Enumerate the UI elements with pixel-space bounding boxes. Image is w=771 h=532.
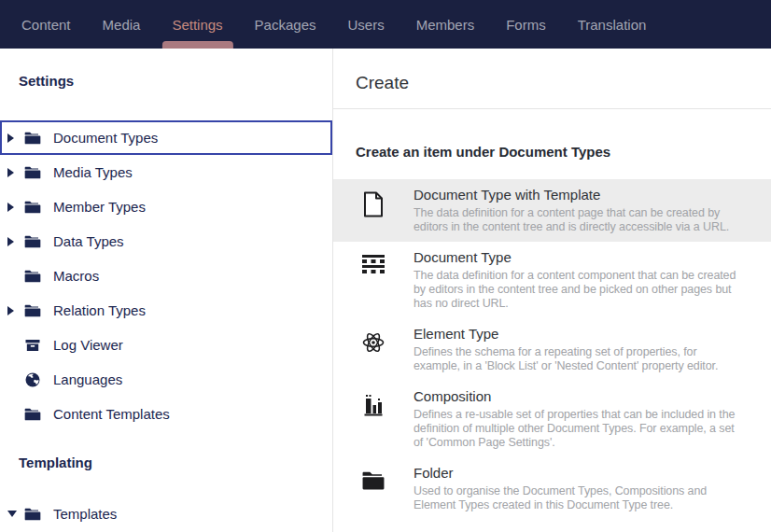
top-nav: ContentMediaSettingsPackagesUsersMembers… <box>0 0 771 49</box>
sidebar-item-label: Media Types <box>53 164 133 180</box>
nav-item-label: Users <box>347 17 384 33</box>
sidebar-item-label: Member Types <box>53 199 146 215</box>
sidebar-item-label: Data Types <box>53 233 124 249</box>
sidebar-section-title: Settings <box>19 74 332 88</box>
sidebar-item-label: Log Viewer <box>53 337 123 353</box>
caret-right-icon[interactable] <box>7 168 23 177</box>
box-icon <box>23 336 42 355</box>
folder-black-icon <box>352 469 395 492</box>
globe-icon <box>23 371 42 389</box>
sidebar-item-templates[interactable]: Templates <box>0 497 332 531</box>
create-option-text: CompositionDefines a re-usable set of pr… <box>414 388 743 450</box>
content-panel: Create Create an item under Document Typ… <box>333 49 771 532</box>
create-option-document-type[interactable]: Document TypeThe data definition for a c… <box>333 242 771 318</box>
nav-item-content[interactable]: Content <box>21 0 71 49</box>
create-option-title: Document Type with Template <box>414 187 743 203</box>
create-option-text: Document Type with TemplateThe data defi… <box>414 187 743 234</box>
create-option-composition[interactable]: CompositionDefines a re-usable set of pr… <box>333 381 771 457</box>
document-icon <box>352 191 395 217</box>
create-option-element-type[interactable]: Element TypeDefines the schema for a rep… <box>333 318 771 381</box>
sidebar-item-label: Languages <box>53 371 122 387</box>
create-option-document-type-with-template[interactable]: Document Type with TemplateThe data defi… <box>333 179 771 242</box>
create-option-folder[interactable]: FolderUsed to organise the Document Type… <box>333 457 771 520</box>
nav-item-users[interactable]: Users <box>347 0 384 49</box>
nav-item-media[interactable]: Media <box>103 0 141 49</box>
sidebar-item-macros[interactable]: Macros <box>0 259 332 293</box>
create-option-title: Element Type <box>414 326 743 343</box>
panel-body: Create an item under Document Types Docu… <box>333 109 771 520</box>
active-tab-underline <box>161 41 232 49</box>
nav-item-label: Content <box>21 17 71 33</box>
buildings-icon <box>352 393 395 417</box>
folder-icon <box>23 267 42 286</box>
sidebar-item-relation-types[interactable]: Relation Types <box>0 293 332 328</box>
create-option-description: Used to organise the Document Types, Com… <box>414 484 743 512</box>
sidebar-item-content-templates[interactable]: Content Templates <box>0 397 332 431</box>
nav-item-label: Members <box>416 17 475 33</box>
sidebar: Settings Document TypesMedia TypesMember… <box>0 49 333 532</box>
sidebar-item-label: Templates <box>53 506 117 522</box>
folder-icon <box>23 163 42 182</box>
nav-item-label: Forms <box>506 17 546 33</box>
create-option-description: Defines the schema for a repeating set o… <box>414 345 743 373</box>
sidebar-tree-templating: Templates <box>0 497 332 531</box>
create-option-description: The data definition for a content page t… <box>414 206 743 234</box>
nav-item-forms[interactable]: Forms <box>506 0 546 49</box>
sidebar-section-title-templating: Templating <box>19 455 332 469</box>
sidebar-item-label: Document Types <box>53 130 158 146</box>
sidebar-item-member-types[interactable]: Member Types <box>0 189 332 224</box>
page-title: Create <box>333 49 771 109</box>
folder-icon <box>23 301 42 320</box>
sidebar-item-label: Macros <box>53 268 99 284</box>
nav-item-packages[interactable]: Packages <box>255 0 316 49</box>
create-option-text: Document TypeThe data definition for a c… <box>414 249 743 311</box>
sidebar-item-media-types[interactable]: Media Types <box>0 155 332 189</box>
nav-item-label: Translation <box>578 17 647 33</box>
create-subtitle: Create an item under Document Types <box>356 144 771 161</box>
create-option-text: Element TypeDefines the schema for a rep… <box>414 326 743 373</box>
nav-item-members[interactable]: Members <box>416 0 475 49</box>
nav-item-settings[interactable]: Settings <box>172 0 222 49</box>
sidebar-item-label: Relation Types <box>53 302 146 318</box>
nav-item-translation[interactable]: Translation <box>578 0 647 49</box>
sidebar-item-languages[interactable]: Languages <box>0 362 332 397</box>
caret-right-icon[interactable] <box>7 203 23 212</box>
nav-item-label: Media <box>103 17 141 33</box>
item-arrangement-icon <box>352 254 395 274</box>
sidebar-item-data-types[interactable]: Data Types <box>0 224 332 259</box>
nav-item-label: Settings <box>172 17 222 33</box>
nav-item-label: Packages <box>255 17 316 33</box>
caret-right-icon[interactable] <box>7 133 23 143</box>
folder-icon <box>23 232 42 251</box>
caret-right-icon[interactable] <box>7 237 23 246</box>
folder-icon <box>23 505 42 524</box>
create-option-title: Document Type <box>414 249 743 266</box>
sidebar-tree: Document TypesMedia TypesMember TypesDat… <box>0 120 332 431</box>
folder-icon <box>23 405 42 424</box>
sidebar-item-label: Content Templates <box>53 406 170 422</box>
atom-icon <box>352 330 395 355</box>
caret-down-icon[interactable] <box>7 511 23 517</box>
create-option-text: FolderUsed to organise the Document Type… <box>414 465 743 512</box>
main-area: Settings Document TypesMedia TypesMember… <box>0 49 771 532</box>
sidebar-item-log-viewer[interactable]: Log Viewer <box>0 328 332 362</box>
folder-icon <box>23 129 42 147</box>
sidebar-item-document-types[interactable]: Document Types <box>0 120 332 155</box>
caret-right-icon[interactable] <box>7 306 23 315</box>
folder-icon <box>23 198 42 217</box>
create-option-title: Folder <box>414 465 743 482</box>
create-option-description: Defines a re-usable set of properties th… <box>414 408 743 450</box>
create-option-title: Composition <box>414 388 743 405</box>
create-option-description: The data definition for a content compon… <box>414 269 743 311</box>
create-options-list: Document Type with TemplateThe data defi… <box>333 179 771 520</box>
